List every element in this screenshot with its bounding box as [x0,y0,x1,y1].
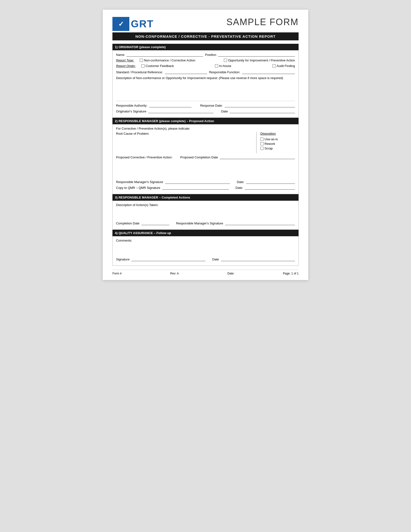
manager-date-label: Date: [237,180,244,184]
proposed-action-row: Proposed Corrective / Preventive Action:… [116,155,295,159]
section4-body: Comments: Signature Date [112,236,299,266]
originator-date-input[interactable] [230,109,295,113]
response-date-input[interactable] [224,104,295,107]
report-origin-option3-item: Audit Finding [272,64,295,68]
disposition-option2-item: Rework [260,142,295,146]
qmr-sig-row: Copy to QMR – QMR Signature Date: [116,186,295,190]
report-origin-option2-label: In-house [219,64,231,68]
qmr-date-input[interactable] [245,186,295,190]
section4-sig-row: Signature Date [116,257,295,261]
root-cause-left: Root Cause of Problem [116,132,256,153]
report-origin-option2-item: In-house [215,64,231,68]
section4-blank [116,243,295,255]
section4-sig-input[interactable] [131,257,206,261]
report-origin-option1-item: Customer Feedback [141,64,174,68]
root-cause-label: Root Cause of Problem [116,132,254,135]
report-type-checkbox1[interactable] [140,59,143,62]
section3-blank [116,208,295,220]
qmr-date-label: Date: [235,186,243,190]
disposition-option1-item: Use-as-is [260,137,295,141]
proposed-corrective-label: Proposed Corrective / Preventive Action: [116,155,172,159]
disposition-checkbox2[interactable] [260,142,263,145]
section4-sig-label: Signature [116,257,130,261]
section4-date-label: Date [212,257,219,261]
report-type-option2-item: Opportunity for Improvement / Preventive… [224,58,295,62]
form-page: ✓ GRT SAMPLE FORM NON-CONFORMANCE / CORR… [103,10,308,280]
disposition-title: Disposition [260,132,295,135]
footer-date: Date: [227,272,234,275]
disposition-option1-label: Use-as-is [264,137,278,141]
section2-block: 2) RESPONSIBLE MANAGER (please complete)… [112,118,299,194]
name-label: Name [116,53,124,57]
position-label: Position [205,53,216,57]
report-type-checkbox2[interactable] [224,59,227,62]
section3-manager-sig-input[interactable] [225,221,295,225]
report-origin-checkbox3[interactable] [272,64,276,67]
report-type-label: Report Type: [116,58,134,62]
report-type-option2-label: Opportunity for Improvement / Preventive… [228,58,295,62]
disposition-checkbox3[interactable] [260,147,263,150]
sample-form-title: SAMPLE FORM [226,17,299,27]
originator-sig-input[interactable] [148,109,214,113]
section4-comments-label: Comments: [116,239,295,242]
header-row: ✓ GRT SAMPLE FORM [112,17,299,31]
disposition-option3-label: Scrap [264,147,273,150]
section3-body: Description of Action(s) Taken: Completi… [112,201,299,230]
main-title-bar: NON-CONFORMANCE / CORRECTIVE - PREVENTAT… [112,32,299,40]
description-label: Description of Non-conformance or Opport… [116,76,283,80]
qmr-sig-label: Copy to QMR – QMR Signature [116,186,160,190]
section1-block: 1) ORIGINATOR (please complete) Name Pos… [112,44,299,118]
logo-area: ✓ GRT [112,17,154,31]
report-origin-checkbox2[interactable] [215,64,218,67]
report-origin-option3-label: Audit Finding [277,64,295,68]
proposed-completion-input[interactable] [220,155,295,159]
footer-form-num: Form # [112,272,121,275]
manager-sig-row: Responsible Manager's Signature Date: [116,180,295,184]
footer-rev: Rev: A [170,272,179,275]
section1-header: 1) ORIGINATOR (please complete) [112,44,299,50]
root-cause-blank [116,136,254,153]
section3-manager-sig-label: Responsible Manager's Signature [176,221,223,225]
standard-ref-input[interactable] [165,70,207,74]
section3-header: 3) RESPONSIBLE MANAGER – Completed Actio… [112,194,299,201]
completion-date-input[interactable] [141,221,169,225]
report-origin-checkbox1[interactable] [141,64,145,67]
report-origin-option1-label: Customer Feedback [146,64,174,68]
section3-description-label: Description of Action(s) Taken: [116,203,295,207]
logo-text: GRT [131,18,154,30]
disposition-right: Disposition Use-as-is Rework Scrap [256,132,295,153]
section3-block: 3) RESPONSIBLE MANAGER – Completed Actio… [112,194,299,230]
name-input[interactable] [126,53,203,57]
standard-ref-label: Standard / Procedural Reference: [116,70,163,74]
qmr-sig-input[interactable] [162,186,229,190]
disposition-checkbox1[interactable] [260,138,263,141]
report-type-option1-item: Non-conformance / Corrective Action [140,58,195,62]
for-corrective-label: For Corrective / Preventive Action(s), p… [116,127,295,130]
authority-date-row: Responsible Authority: Response Date: [116,104,295,107]
report-type-row: Report Type: Non-conformance / Correctiv… [116,58,295,62]
section4-header: 4) QUALITY ASSURANCE – Follow up [112,230,299,236]
section1-body: Name Position Report Type: Non-conforman… [112,50,299,118]
responsible-authority-input[interactable] [149,104,191,107]
footer-page: Page: 1 of 1 [283,272,299,275]
disposition-option3-item: Scrap [260,147,295,150]
responsible-authority-label: Responsible Authority: [116,104,147,107]
position-input[interactable] [218,53,295,57]
manager-date-input[interactable] [246,180,295,184]
logo-box: ✓ [112,17,129,31]
section4-block: 4) QUALITY ASSURANCE – Follow up Comment… [112,230,299,266]
originator-sig-row: Originator's Signature Date [116,109,295,113]
section4-date-input[interactable] [221,257,295,261]
disposition-option2-label: Rework [264,142,275,146]
manager-sig-label: Responsible Manager's Signature [116,180,163,184]
proposed-completion-label: Proposed Completion Date [180,155,218,159]
completion-date-label: Completion Date [116,221,140,225]
date-label-1: Date [221,110,228,113]
originator-sig-label: Originator's Signature [116,110,146,113]
footer-bar: Form # Rev: A Date: Page: 1 of 1 [112,270,299,275]
report-origin-label: Report Origin: [116,64,136,68]
manager-sig-input[interactable] [165,180,230,184]
section2-header: 2) RESPONSIBLE MANAGER (please complete)… [112,118,299,124]
responsible-function-input[interactable] [242,70,295,74]
description-area: Description of Non-conformance or Opport… [116,76,295,80]
